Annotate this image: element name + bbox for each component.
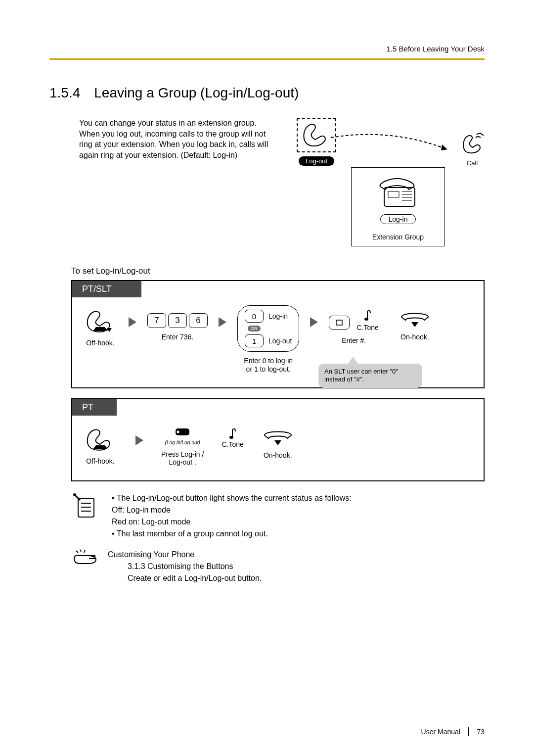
svg-marker-7 [107,328,112,332]
step-dial-736-caption: Enter 736. [162,333,194,341]
step-offhook-2: Off-hook. [83,426,118,466]
slt-note-bubble: An SLT user can enter "0" instead of "#"… [318,364,422,388]
svg-marker-14 [135,435,143,445]
key-3: 3 [168,313,187,328]
offhook-icon [83,426,118,452]
login-button-icon-wrap: (Log-in/Log-out) [165,426,200,445]
svg-rect-11 [336,320,342,325]
customising-text: Customising Your Phone 3.1.3 Customising… [108,549,262,584]
step-offhook-caption: Off-hook. [86,339,114,347]
step-choose-caption: Enter 0 to log-in or 1 to log-out. [244,357,293,374]
intro-text: You can change your status in an extensi… [79,118,277,256]
notes-text: The Log-in/Log-out button light shows th… [112,492,352,540]
customising-desc: Create or edit a Log-in/Log-out button. [128,572,262,584]
note-line-1: The Log-in/Log-out button light shows th… [112,492,352,504]
step-hash: C.Tone Enter #. [329,308,378,345]
ctone-block: C.Tone [356,308,378,331]
svg-line-26 [84,550,85,553]
svg-point-17 [229,436,233,439]
page-header: 1.5 Before Leaving Your Desk [49,45,485,67]
note-line-3: Red on: Log-out mode [112,516,352,528]
ctone-label: C.Tone [356,324,378,331]
footer-page-number: 73 [477,728,485,736]
arrow-icon [219,317,226,327]
key-sequence-736: 7 3 6 [147,313,208,328]
header-rule [49,58,485,60]
ctone-label-2: C.Tone [222,440,243,448]
key-0: 0 [245,310,264,323]
note-line-4: The last member of a group cannot log ou… [112,528,352,540]
hash-glyph-icon [334,319,344,327]
option-login-row: 0 Log-in [245,310,292,323]
notepad-icon [71,492,99,520]
concept-diagram: Log-out Call Log-in E [292,118,485,256]
extension-group-box: Log-in Extension Group [351,167,445,246]
arrow-icon [135,435,143,445]
svg-point-16 [177,430,179,433]
header-path-text: 1.5 Before Leaving Your Desk [387,45,485,53]
section-title-row: 1.5.4 Leaving a Group (Log-in/Log-out) [49,85,485,101]
step-offhook: Off-hook. [83,308,118,347]
procedure-pt-label: PT [72,399,117,416]
svg-point-23 [73,493,76,496]
step-choose-caption-l2: or 1 to log-out. [246,365,291,373]
hash-ctone-row: C.Tone [329,308,378,331]
step-press-login-caption-l1: Press Log-in / [161,450,204,458]
onhook-icon [399,308,431,328]
feature-button-icon [173,426,192,437]
svg-line-25 [80,550,81,552]
svg-marker-9 [219,317,226,327]
procedure-ptslt-body: Off-hook. 7 3 6 Enter 736. 0 Log-in [72,297,484,387]
page: 1.5 Before Leaving Your Desk 1.5.4 Leavi… [0,0,534,756]
svg-rect-2 [388,191,399,197]
login-logout-options: 0 Log-in OR 1 Log-out [237,305,299,352]
step-dial-736: 7 3 6 Enter 736. [147,308,208,341]
step-press-login-button: (Log-in/Log-out) Press Log-in / Log-out … [161,426,204,467]
procedure-pt: PT Off-hook. (Log-in/Log-out) Press Log-… [71,398,485,482]
arrow-icon [310,317,318,327]
option-logout-label: Log-out [268,337,292,345]
desk-phone-icon [373,177,423,211]
note-line-2: Off: Log-in mode [112,504,352,516]
option-logout-row: 1 Log-out [245,334,292,347]
svg-line-24 [76,551,78,553]
call-icon-wrap: Call [460,133,485,167]
step-press-login-caption: Press Log-in / Log-out . [161,450,204,467]
offhook-icon [83,308,118,334]
ctone-step-2: C.Tone [222,426,243,448]
onhook-icon [262,426,294,446]
svg-marker-10 [310,317,318,327]
step-hash-caption: Enter #. [342,336,366,345]
intro-row: You can change your status in an extensi… [49,118,485,256]
or-label: OR [248,326,261,331]
svg-marker-0 [441,144,447,150]
section-title: Leaving a Group (Log-in/Log-out) [94,85,299,101]
login-badge: Log-in [380,214,416,224]
customising-heading: Customising Your Phone [108,549,262,561]
step-onhook-caption: On-hook. [400,333,429,341]
page-footer: User Manual 73 [421,727,485,736]
key-7: 7 [147,313,166,328]
step-choose-login-logout: 0 Log-in OR 1 Log-out Enter 0 to log-in … [237,308,299,374]
svg-rect-1 [384,188,415,206]
svg-marker-18 [274,440,281,445]
ringing-phone-icon [460,133,485,155]
call-label: Call [460,159,485,167]
pointing-hand-icon [71,549,99,567]
footer-label: User Manual [421,728,460,736]
section-number: 1.5.4 [49,85,80,101]
step-press-login-caption-l2: Log-out . [169,458,196,466]
step-offhook-2-caption: Off-hook. [86,457,114,466]
notes-block: The Log-in/Log-out button light shows th… [71,492,485,540]
footer-separator [468,727,469,736]
procedure-subheading: To set Log-in/Log-out [71,266,485,276]
customising-block: Customising Your Phone 3.1.3 Customising… [71,549,485,584]
procedure-pt-body: Off-hook. (Log-in/Log-out) Press Log-in … [72,416,484,481]
ctone-icon [227,426,238,439]
procedure-ptslt-label: PT/SLT [72,281,141,297]
key-1: 1 [245,334,264,347]
extension-group-label: Extension Group [352,233,445,241]
svg-point-12 [364,318,368,321]
step-onhook-2: On-hook. [262,426,294,460]
hash-key [329,316,350,330]
